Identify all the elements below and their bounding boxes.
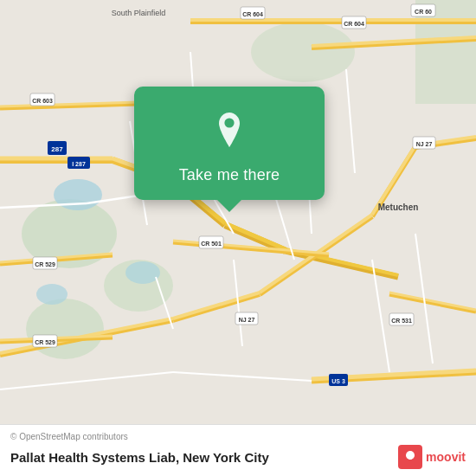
svg-text:NJ 27: NJ 27 [416,141,433,147]
svg-text:CR 529: CR 529 [35,261,55,267]
svg-text:CR 604: CR 604 [242,11,263,17]
svg-text:CR 531: CR 531 [391,318,412,324]
bottom-bar: © OpenStreetMap contributors Pallat Heal… [0,424,476,476]
svg-text:US 3: US 3 [331,378,345,384]
take-me-there-button[interactable]: Take me there [179,166,280,184]
popup-card[interactable]: Take me there [134,87,325,200]
svg-text:South Plainfield: South Plainfield [112,9,166,17]
svg-text:CR 60: CR 60 [415,9,432,15]
moovit-label: moovit [426,450,466,464]
svg-text:CR 603: CR 603 [32,98,53,104]
place-name: Pallat Health Systems Liab, New York Cit… [10,450,269,465]
svg-point-88 [224,118,234,127]
svg-text:CR 604: CR 604 [344,21,364,27]
svg-text:CR 529: CR 529 [35,339,55,345]
location-icon-wrapper [203,104,255,156]
moovit-logo: moovit [398,445,466,469]
svg-text:Metuchen: Metuchen [378,203,419,212]
svg-point-8 [36,284,68,305]
svg-point-7 [125,261,160,284]
svg-text:I 287: I 287 [72,161,86,167]
svg-point-3 [26,299,104,359]
svg-text:287: 287 [51,145,63,153]
svg-text:CR 501: CR 501 [201,241,222,247]
svg-point-4 [251,22,355,82]
bottom-content: Pallat Health Systems Liab, New York Cit… [10,445,466,469]
map-svg: 287 CR 603 CR 604 CR 604 CR 60 CR 501 CR… [0,0,476,424]
moovit-icon [398,445,422,469]
map-attribution: © OpenStreetMap contributors [10,432,466,441]
location-pin-icon [212,113,247,147]
map-container: 287 CR 603 CR 604 CR 604 CR 60 CR 501 CR… [0,0,476,424]
svg-text:NJ 27: NJ 27 [239,317,255,323]
